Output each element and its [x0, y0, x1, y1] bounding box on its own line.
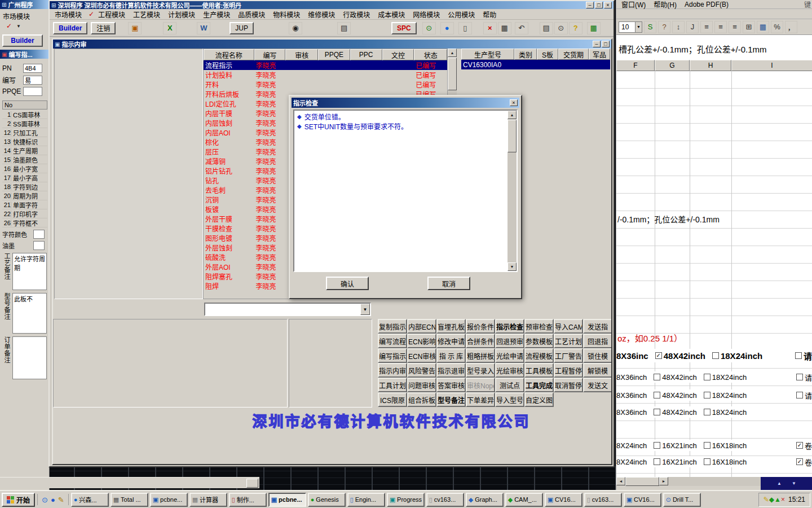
grid-action-button[interactable]: 工具计划 — [378, 378, 407, 392]
grid-action-button[interactable]: 修改申请 — [436, 334, 466, 348]
grid-action-button[interactable]: 光绘申请 — [495, 348, 524, 363]
scrollbar-thumb[interactable] — [625, 477, 659, 486]
grid-action-button[interactable]: 发送文 — [583, 378, 611, 392]
quick-launch-editor-icon[interactable]: ✎ — [58, 496, 64, 504]
checkbox[interactable] — [704, 374, 710, 380]
ink-input[interactable] — [33, 241, 45, 250]
grid-action-button[interactable]: 盲埋孔板 — [436, 319, 466, 334]
taskbar-task[interactable]: ▣Progress — [387, 493, 425, 507]
frame-icon[interactable]: ▣ — [128, 22, 142, 34]
menu-item-12[interactable]: 帮助 — [479, 8, 500, 20]
flow-table-row[interactable]: 开料李晓亮已编写 — [204, 80, 447, 89]
minimize-button[interactable]: – — [586, 2, 594, 8]
list-item[interactable]: 12只加工孔 — [2, 128, 47, 137]
grid-action-button[interactable]: 回退预审 — [495, 334, 524, 348]
grid-action-button[interactable]: 流程模板 — [524, 348, 554, 363]
close-button[interactable]: × — [604, 2, 612, 8]
taskbar-task[interactable]: ▯cv163... — [426, 493, 464, 507]
minimize-button[interactable]: – — [593, 41, 601, 47]
dialog-close-button[interactable]: × — [510, 99, 518, 106]
cancel-button[interactable]: 取消 — [427, 277, 470, 290]
craft-note-box[interactable]: 允许字符周期 — [12, 253, 47, 290]
spc-button[interactable]: SPC — [391, 22, 417, 34]
restore-button[interactable]: □ — [595, 2, 603, 8]
bold-s-icon[interactable]: S — [644, 21, 656, 33]
taskbar-task[interactable]: ⊙Drill T... — [663, 493, 701, 507]
grid-icon[interactable]: ▦ — [757, 21, 769, 33]
grid-action-button[interactable]: 工程暂停 — [554, 363, 583, 378]
grid-action-button[interactable]: 指示退审 — [436, 363, 466, 378]
restore-button[interactable]: □ — [602, 41, 610, 47]
grid-action-button[interactable]: 指 示 库 — [436, 348, 466, 363]
order-note-box[interactable] — [12, 336, 47, 379]
menu-item-0[interactable]: 市场模块 — [51, 8, 86, 20]
menu-item-9[interactable]: 成本模块 — [374, 8, 409, 20]
quick-launch-desktop-icon[interactable]: ⊙ — [42, 496, 48, 504]
checkbox[interactable] — [795, 352, 802, 359]
checkbox[interactable]: ✓ — [796, 442, 803, 449]
align-center-icon[interactable]: ≡ — [714, 21, 727, 33]
scroll-up-icon[interactable]: ▲ — [448, 49, 457, 57]
taskbar-task[interactable]: ▯制作... — [229, 493, 267, 507]
list-item[interactable]: 26字符框不 — [2, 218, 47, 227]
checkbox[interactable] — [654, 458, 660, 465]
grid-action-button[interactable]: 发送指 — [583, 319, 611, 334]
ppqe-input[interactable] — [23, 87, 42, 96]
grid-action-button[interactable]: 工厂警告 — [554, 348, 583, 363]
scrollbar-thumb[interactable] — [508, 120, 517, 152]
grid-action-button[interactable]: 组合拆板 — [407, 392, 436, 407]
grid-action-button[interactable]: ECN影响 — [407, 334, 436, 348]
comma-icon[interactable]: ， — [785, 21, 797, 33]
scroll-down-icon[interactable]: ▼ — [508, 262, 517, 271]
printer-icon[interactable]: ▤ — [337, 22, 351, 34]
menu-item-6[interactable]: 物料模块 — [269, 8, 304, 20]
grid-action-button[interactable]: 预审检查 — [524, 319, 554, 334]
help-icon[interactable]: ? — [658, 21, 670, 33]
checkbox[interactable] — [704, 392, 710, 398]
font-size-combo[interactable]: 10▼ — [619, 21, 642, 33]
checkbox[interactable] — [704, 458, 710, 465]
dialog-scrollbar[interactable]: ▲ ▼ — [508, 111, 517, 271]
list-item[interactable]: 21单面字符 — [2, 200, 47, 209]
taskbar-task[interactable]: ▦Total ... — [111, 493, 148, 507]
grid-action-button[interactable]: ECN审核 — [407, 348, 436, 363]
grid-action-button[interactable]: 型号备注 — [436, 392, 466, 407]
grid-action-button[interactable]: 风险警告 — [407, 363, 436, 378]
list-item[interactable]: 2SS面菲林 — [2, 119, 47, 128]
flow-combo[interactable]: ▼ — [204, 303, 371, 316]
grid-action-button[interactable]: 内部ECN — [407, 319, 436, 334]
rw-menu-item-2[interactable]: Adobe PDF(B) — [681, 0, 732, 10]
grid-action-button[interactable]: ICS限原 — [378, 392, 407, 407]
checkbox[interactable] — [796, 374, 803, 380]
list-item[interactable]: 16最小字宽 — [2, 164, 47, 173]
delete-icon[interactable]: × — [483, 22, 497, 34]
align-right-icon[interactable]: ≡ — [729, 21, 741, 33]
grid-action-button[interactable]: 参数模板 — [524, 334, 554, 348]
grid-action-button[interactable]: 导入CAM — [554, 319, 583, 334]
grid-action-button[interactable]: 型号录入 — [466, 363, 495, 378]
start-button[interactable]: 开始 — [2, 493, 35, 507]
menu-item-1[interactable]: 工程模块 — [94, 8, 129, 20]
excel-icon[interactable]: X — [163, 22, 176, 34]
taskbar-task[interactable]: ▣CV16... — [624, 493, 661, 507]
checkbox[interactable] — [654, 374, 660, 380]
checkbox[interactable] — [704, 409, 710, 415]
model-note-box[interactable]: 此板不 — [12, 293, 47, 334]
rw-menu-item-1[interactable]: 帮助(H) — [650, 0, 681, 10]
grid-action-button[interactable]: 粗略拼板 — [466, 348, 495, 363]
menu-item-10[interactable]: 网络模块 — [409, 8, 444, 20]
tray-close-icon[interactable]: × — [781, 496, 785, 503]
grid-action-button[interactable]: 锁住模 — [583, 348, 611, 363]
model-table-row[interactable]: CV16300IA0 — [461, 60, 610, 69]
checkbox[interactable]: ✓ — [655, 352, 662, 359]
taskbar-task[interactable]: ◆Graph... — [466, 493, 504, 507]
menu-item-7[interactable]: 维修模块 — [304, 8, 339, 20]
merge-cells-icon[interactable]: ⊞ — [743, 21, 755, 33]
list-item[interactable]: 14生产周期 — [2, 146, 47, 155]
taskbar-task[interactable]: ▣pcbne... — [268, 493, 306, 507]
menu-item-3[interactable]: 计划模块 — [164, 8, 199, 20]
list-item[interactable]: 18字符到边 — [2, 182, 47, 191]
taskbar-task[interactable]: ▯Engin... — [347, 493, 385, 507]
grid-action-button[interactable]: 下单差异 — [466, 392, 495, 407]
builder-tab[interactable]: Builder — [2, 34, 43, 47]
